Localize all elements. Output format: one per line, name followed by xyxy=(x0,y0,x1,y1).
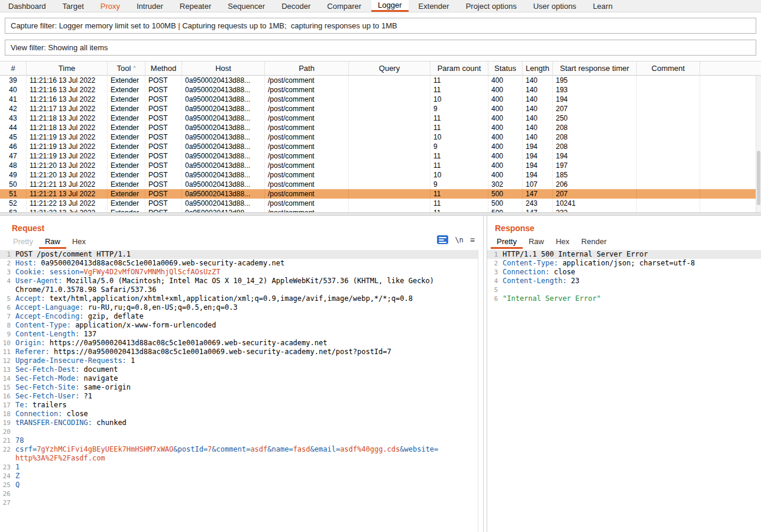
editor-menu-icon[interactable]: ≡ xyxy=(470,236,475,244)
column-header-label: Tool xyxy=(116,64,131,73)
response-tab-render[interactable]: Render xyxy=(575,233,613,249)
column-header-length[interactable]: Length xyxy=(523,61,553,75)
line-content: HTTP/1.1 500 Internal Server Error xyxy=(503,250,761,259)
column-header-param-count[interactable]: Param count xyxy=(430,61,488,75)
cell-status: 400 xyxy=(488,104,523,113)
column-header-host[interactable]: Host xyxy=(182,61,265,75)
cell-status: 400 xyxy=(488,95,523,104)
log-row-49[interactable]: 4911:21:20 13 Jul 2022ExtenderPOST0a9500… xyxy=(0,170,761,180)
column-header-comment[interactable]: Comment xyxy=(637,61,700,75)
cell-param-count: 11 xyxy=(430,123,488,132)
tab-sequencer[interactable]: Sequencer xyxy=(221,0,271,12)
column-header-start-response-timer[interactable]: Start response timer xyxy=(553,61,637,75)
scrollbar-thumb[interactable] xyxy=(757,151,760,205)
tab-extender[interactable]: Extender xyxy=(412,0,456,12)
line-content: Upgrade-Insecure-Requests: 1 xyxy=(15,356,478,365)
request-tab-hex[interactable]: Hex xyxy=(66,233,92,249)
line-content xyxy=(15,489,478,498)
log-row-45[interactable]: 4511:21:19 13 Jul 2022ExtenderPOST0a9500… xyxy=(0,132,761,142)
view-filter-bar[interactable]: View filter: Showing all items xyxy=(5,40,756,56)
column-header-query[interactable]: Query xyxy=(349,61,430,75)
log-row-44[interactable]: 4411:21:18 13 Jul 2022ExtenderPOST0a9500… xyxy=(0,123,761,132)
code-segment: Connection: xyxy=(15,410,62,418)
log-table: #TimeTool^MethodHostPathQueryParam count… xyxy=(0,61,761,212)
line-number: 9 xyxy=(0,330,15,339)
response-editor[interactable]: 1HTTP/1.1 500 Internal Server Error2Cont… xyxy=(487,249,761,532)
line-number: 3 xyxy=(487,268,503,277)
code-segment: close xyxy=(549,268,575,276)
cell-length: 147 xyxy=(523,189,553,199)
log-row-39[interactable]: 3911:21:16 13 Jul 2022ExtenderPOST0a9500… xyxy=(0,76,761,85)
cell-query xyxy=(349,132,430,142)
cell-status: 400 xyxy=(488,76,523,85)
tab-proxy[interactable]: Proxy xyxy=(94,0,127,12)
log-row-47[interactable]: 4711:21:19 13 Jul 2022ExtenderPOST0a9500… xyxy=(0,151,761,161)
code-segment: gzip, deflate xyxy=(84,312,144,320)
line-content: Accept: text/html,application/xhtml+xml,… xyxy=(15,294,478,303)
capture-filter-bar[interactable]: Capture filter: Logger memory limit set … xyxy=(5,18,756,34)
response-tab-pretty[interactable]: Pretty xyxy=(491,233,523,249)
cell-length: 140 xyxy=(523,132,553,142)
column-header-status[interactable]: Status xyxy=(488,61,523,75)
cell-host: 0a9500020413d88... xyxy=(182,199,265,208)
tab-intruder[interactable]: Intruder xyxy=(130,0,170,12)
code-segment: application/json; charset=utf-8 xyxy=(558,259,695,267)
cell-num: 48 xyxy=(0,161,27,170)
log-row-40[interactable]: 4011:21:16 13 Jul 2022ExtenderPOST0a9500… xyxy=(0,85,761,95)
column-header-time[interactable]: Time xyxy=(27,61,108,75)
code-segment: Q xyxy=(15,481,20,489)
request-editor-toolbar: \n ≡ xyxy=(437,235,475,244)
code-segment: application/x-www-form-urlencoded xyxy=(71,321,216,329)
response-tab-hex[interactable]: Hex xyxy=(550,233,575,249)
cell-status: 400 xyxy=(488,170,523,180)
line-number: 23 xyxy=(0,463,15,472)
log-row-50[interactable]: 5011:21:21 13 Jul 2022ExtenderPOST0a9500… xyxy=(0,180,761,189)
tab-dashboard[interactable]: Dashboard xyxy=(2,0,53,12)
log-row-43[interactable]: 4311:21:18 13 Jul 2022ExtenderPOST0a9500… xyxy=(0,113,761,123)
code-segment: Content-Type: xyxy=(503,259,558,267)
line-content: Connection: close xyxy=(15,410,478,419)
tab-repeater[interactable]: Repeater xyxy=(173,0,218,12)
cell-time: 11:21:20 13 Jul 2022 xyxy=(27,170,108,180)
cell-length: 194 xyxy=(523,161,553,170)
cell-query xyxy=(349,113,430,123)
wrap-lines-icon[interactable] xyxy=(437,235,448,244)
log-row-46[interactable]: 4611:21:19 13 Jul 2022ExtenderPOST0a9500… xyxy=(0,142,761,151)
cell-param-count: 9 xyxy=(430,142,488,151)
line-content: Host: 0a9500020413d88ac08c5c1e001a0069.w… xyxy=(15,259,478,268)
code-segment: 137 xyxy=(79,330,96,338)
code-segment: Host: xyxy=(15,259,37,267)
request-tab-raw[interactable]: Raw xyxy=(39,233,66,249)
cell-start-response-timer: 185 xyxy=(553,170,637,180)
column-header-tool[interactable]: Tool^ xyxy=(108,61,145,75)
log-row-53[interactable]: 5311:21:22 13 Jul 2022ExtenderPOST0a9500… xyxy=(0,208,761,212)
code-segment: navigate xyxy=(79,374,118,382)
table-vertical-scrollbar[interactable] xyxy=(756,76,761,212)
show-nonprintable-icon[interactable]: \n xyxy=(455,236,463,244)
tab-comparer[interactable]: Comparer xyxy=(320,0,368,12)
line-content: Sec-Fetch-Dest: document xyxy=(15,365,478,374)
tab-project-options[interactable]: Project options xyxy=(459,0,523,12)
request-editor[interactable]: 1POST /post/comment HTTP/1.12Host: 0a950… xyxy=(0,249,478,532)
line-number: 15 xyxy=(0,383,15,392)
log-row-48[interactable]: 4811:21:20 13 Jul 2022ExtenderPOST0a9500… xyxy=(0,161,761,170)
log-row-51[interactable]: 5111:21:21 13 Jul 2022ExtenderPOST0a9500… xyxy=(0,189,761,199)
log-row-52[interactable]: 5211:21:22 13 Jul 2022ExtenderPOST0a9500… xyxy=(0,199,761,208)
response-tab-raw[interactable]: Raw xyxy=(523,233,550,249)
cell-num: 42 xyxy=(0,104,27,113)
request-tab-pretty[interactable]: Pretty xyxy=(7,233,39,249)
column-header-path[interactable]: Path xyxy=(265,61,349,75)
column-header-method[interactable]: Method xyxy=(145,61,182,75)
column-header-num[interactable]: # xyxy=(0,61,27,75)
line-number: 27 xyxy=(0,498,15,507)
tab-logger[interactable]: Logger xyxy=(371,0,408,12)
tab-target[interactable]: Target xyxy=(56,0,90,12)
cell-method: POST xyxy=(145,208,182,212)
cell-status: 400 xyxy=(488,85,523,95)
tab-user-options[interactable]: User options xyxy=(527,0,583,12)
log-row-42[interactable]: 4211:21:17 13 Jul 2022ExtenderPOST0a9500… xyxy=(0,104,761,113)
tab-decoder[interactable]: Decoder xyxy=(275,0,317,12)
line-content: Te: trailers xyxy=(15,401,478,410)
log-row-41[interactable]: 4111:21:16 13 Jul 2022ExtenderPOST0a9500… xyxy=(0,95,761,104)
tab-learn[interactable]: Learn xyxy=(587,0,619,12)
